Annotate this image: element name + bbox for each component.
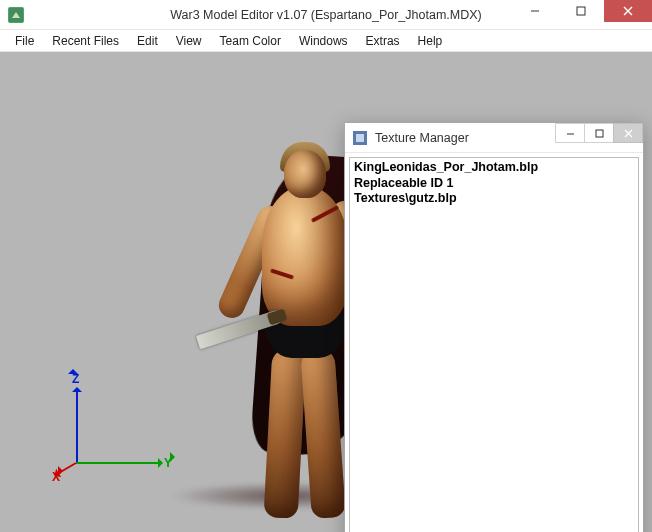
texture-manager-maximize-button[interactable] xyxy=(584,123,614,143)
menu-recent-files[interactable]: Recent Files xyxy=(43,32,128,50)
texture-manager-close-button[interactable] xyxy=(613,123,643,143)
texture-row[interactable]: Textures\gutz.blp xyxy=(354,191,634,207)
maximize-button[interactable] xyxy=(558,0,604,22)
svg-rect-8 xyxy=(596,130,603,137)
menu-edit[interactable]: Edit xyxy=(128,32,167,50)
texture-list[interactable]: KingLeonidas_Por_Jhotam.blp Replaceable … xyxy=(349,157,639,532)
menu-windows[interactable]: Windows xyxy=(290,32,357,50)
texture-manager-controls xyxy=(556,123,643,143)
minimize-button[interactable] xyxy=(512,0,558,22)
window-controls xyxy=(512,0,652,22)
svg-rect-2 xyxy=(577,7,585,15)
menu-file[interactable]: File xyxy=(6,32,43,50)
svg-rect-6 xyxy=(356,134,364,142)
texture-manager-minimize-button[interactable] xyxy=(555,123,585,143)
axis-x-label: X xyxy=(52,470,60,484)
main-titlebar: War3 Model Editor v1.07 (Espartano_Por_J… xyxy=(0,0,652,30)
axis-z-label: Z xyxy=(72,372,79,386)
menu-team-color[interactable]: Team Color xyxy=(211,32,290,50)
menu-view[interactable]: View xyxy=(167,32,211,50)
viewport-3d[interactable]: Z Y X Texture Manager KingLeoni xyxy=(0,52,652,532)
texture-row[interactable]: KingLeonidas_Por_Jhotam.blp xyxy=(354,160,634,176)
texture-row[interactable]: Replaceable ID 1 xyxy=(354,176,634,192)
texture-manager-titlebar[interactable]: Texture Manager xyxy=(345,123,643,153)
menu-extras[interactable]: Extras xyxy=(357,32,409,50)
axis-y-line xyxy=(76,462,160,464)
texture-manager-icon xyxy=(353,131,367,145)
axis-y-label: Y xyxy=(164,456,172,470)
axis-z-line xyxy=(76,390,78,464)
menu-help[interactable]: Help xyxy=(409,32,452,50)
close-button[interactable] xyxy=(604,0,652,22)
axis-gizmo: Z Y X xyxy=(46,372,166,482)
menubar: File Recent Files Edit View Team Color W… xyxy=(0,30,652,52)
texture-manager-window[interactable]: Texture Manager KingLeonidas_Por_Jhotam.… xyxy=(344,122,644,532)
app-icon xyxy=(8,7,24,23)
